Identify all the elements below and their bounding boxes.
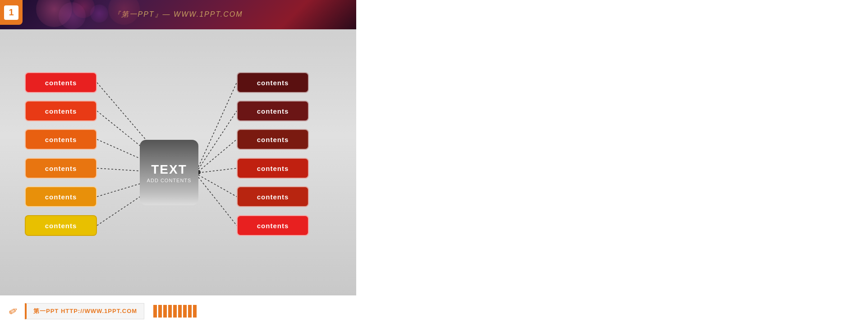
left-box-1: contents bbox=[25, 72, 97, 93]
footer-icon: ✏ bbox=[6, 304, 20, 319]
right-box-2: contents bbox=[237, 101, 309, 121]
center-sub-text: ADD CONTENTS bbox=[147, 178, 192, 183]
right-box-3: contents bbox=[237, 129, 309, 150]
slide-footer: ✏ 第一PPT HTTP://WWW.1PPT.COM bbox=[0, 295, 356, 327]
logo-icon: 1 bbox=[4, 5, 18, 20]
svg-line-10 bbox=[198, 175, 237, 197]
left-box-2: contents bbox=[25, 101, 97, 121]
right-box-4: contents bbox=[237, 158, 309, 179]
svg-line-6 bbox=[198, 83, 237, 167]
footer-stripes bbox=[153, 305, 197, 318]
svg-line-9 bbox=[198, 168, 237, 173]
right-box-6: contents bbox=[237, 215, 309, 236]
left-box-6: contents bbox=[25, 215, 97, 236]
left-box-5: contents bbox=[25, 186, 97, 207]
logo-box: 1 bbox=[0, 0, 23, 25]
right-panel bbox=[356, 0, 868, 327]
right-box-5: contents bbox=[237, 186, 309, 207]
svg-line-11 bbox=[198, 177, 237, 226]
slide-panel: 1 『第一PPT』— WWW.1PPT.COM bbox=[0, 0, 356, 327]
center-main-text: TEXT bbox=[151, 162, 187, 177]
right-box-1: contents bbox=[237, 72, 309, 93]
left-box-3: contents bbox=[25, 129, 97, 150]
slide-header: 1 『第一PPT』— WWW.1PPT.COM bbox=[0, 0, 356, 29]
slide-content: contents contents contents contents cont… bbox=[0, 29, 356, 295]
svg-line-8 bbox=[198, 139, 237, 171]
center-box: TEXT ADD CONTENTS bbox=[140, 140, 198, 205]
svg-line-7 bbox=[198, 111, 237, 169]
left-box-4: contents bbox=[25, 158, 97, 179]
footer-text: 第一PPT HTTP://WWW.1PPT.COM bbox=[25, 303, 144, 319]
